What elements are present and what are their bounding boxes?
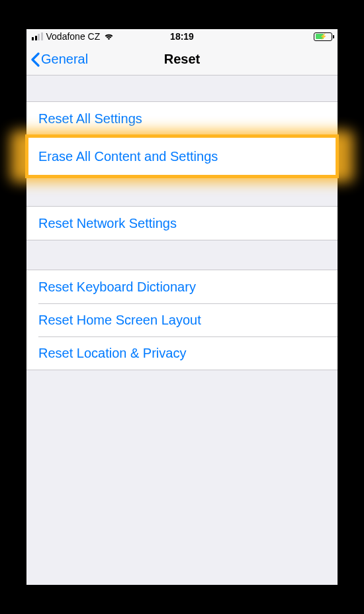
group-2: Reset Network Settings xyxy=(26,206,338,240)
status-bar: Vodafone CZ 18:19 ⚡ xyxy=(26,29,338,44)
row-label: Reset Network Settings xyxy=(38,216,177,231)
highlighted-row-wrap: Erase All Content and Settings xyxy=(26,136,338,177)
group-3: Reset Keyboard Dictionary Reset Home Scr… xyxy=(26,270,338,370)
row-reset-network[interactable]: Reset Network Settings xyxy=(26,207,338,240)
status-right: ⚡ xyxy=(314,32,332,41)
nav-bar: General Reset xyxy=(26,44,338,76)
row-label: Reset Location & Privacy xyxy=(38,346,186,361)
carrier-label: Vodafone CZ xyxy=(46,31,101,42)
row-reset-home[interactable]: Reset Home Screen Layout xyxy=(26,303,338,336)
row-label: Reset All Settings xyxy=(38,111,142,127)
status-left: Vodafone CZ xyxy=(32,31,114,42)
back-button[interactable]: General xyxy=(26,52,88,68)
row-reset-keyboard[interactable]: Reset Keyboard Dictionary xyxy=(26,270,338,303)
row-label: Erase All Content and Settings xyxy=(38,149,218,164)
battery-icon: ⚡ xyxy=(314,32,332,41)
wifi-icon xyxy=(103,32,114,40)
row-reset-location[interactable]: Reset Location & Privacy xyxy=(26,336,338,370)
row-label: Reset Keyboard Dictionary xyxy=(38,280,196,295)
content: Reset All Settings Erase All Content and… xyxy=(26,76,338,370)
phone-screen: Vodafone CZ 18:19 ⚡ General Reset xyxy=(26,29,338,585)
chevron-left-icon xyxy=(30,52,40,68)
signal-icon xyxy=(32,32,43,40)
back-label: General xyxy=(41,52,88,67)
page-title: Reset xyxy=(164,52,200,67)
row-label: Reset Home Screen Layout xyxy=(38,313,201,328)
row-erase-all-content[interactable]: Erase All Content and Settings xyxy=(26,136,338,177)
status-time: 18:19 xyxy=(170,31,194,42)
